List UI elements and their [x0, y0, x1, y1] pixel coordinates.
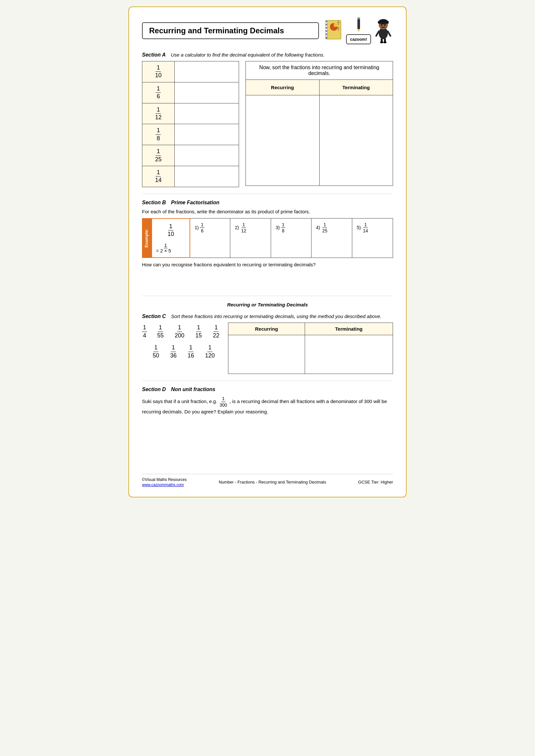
- problem-1-cell[interactable]: 1) 1 6: [190, 219, 230, 258]
- section-a-label: Section A: [142, 52, 166, 58]
- fraction-cell: 1 6: [142, 82, 175, 103]
- svg-point-4: [326, 28, 327, 30]
- section-d-header: Section D Non unit fractions: [142, 387, 393, 392]
- frac-1-22: 1 22: [212, 324, 220, 339]
- section-c-content: 1 4 1 55 1 200 1 15 1 22: [142, 323, 393, 374]
- header-icons: 1 4 1 2 cazoom!: [324, 17, 393, 44]
- footer-website[interactable]: www.cazoommaths.com: [142, 483, 187, 487]
- svg-point-20: [378, 21, 381, 24]
- problem-4-cell[interactable]: 4) 1 25: [312, 219, 352, 258]
- pencil-icon: [353, 17, 364, 33]
- sort-intro-cell: Now, sort the fractions into recurring a…: [246, 62, 393, 80]
- section-c-description: Sort these fractions into recurring or t…: [171, 313, 381, 319]
- example-label: Example:: [143, 227, 150, 250]
- title-box: Recurring and Terminating Decimals: [142, 22, 319, 39]
- frac-1-120: 1 120: [204, 344, 216, 360]
- example-fraction: 1 10: [156, 223, 186, 238]
- footer-right: GCSE Tier: Higher: [358, 480, 393, 484]
- svg-point-5: [326, 32, 327, 33]
- terminating-header-c: Terminating: [305, 323, 393, 335]
- answer-cell[interactable]: [174, 145, 239, 166]
- table-row: 1 12: [142, 103, 239, 124]
- example-fraction-cell: 1 10 = 1 2 × 5: [152, 219, 190, 258]
- fraction-cell: 1 10: [142, 62, 175, 82]
- sort-table-col-headers: Recurring Terminating: [246, 80, 393, 95]
- answer-cell[interactable]: [174, 82, 239, 103]
- frac-1-15: 1 15: [194, 324, 203, 339]
- recurring-header-c: Recurring: [228, 323, 305, 335]
- section-c-subtitle-wrapper: Recurring or Terminating Decimals: [142, 302, 393, 308]
- sort-table-body-row: [246, 95, 393, 186]
- header: Recurring and Terminating Decimals: [142, 17, 393, 44]
- svg-point-6: [326, 35, 327, 37]
- fractions-list: 1 4 1 55 1 200 1 15 1 22: [142, 323, 220, 374]
- answer-cell[interactable]: [174, 62, 239, 82]
- svg-text:1: 1: [338, 26, 339, 28]
- svg-marker-15: [357, 29, 360, 32]
- problem-3-cell[interactable]: 3) 1 8: [271, 219, 312, 258]
- svg-point-27: [380, 41, 383, 43]
- section-b-title: Prime Factorisation: [171, 200, 219, 205]
- sort-table-header-row: Now, sort the fractions into recurring a…: [246, 62, 393, 80]
- frac-1-50: 1 50: [152, 344, 160, 360]
- character-icon: [374, 18, 393, 44]
- section-d-label: Section D: [142, 387, 166, 392]
- svg-point-22: [382, 19, 384, 22]
- section-b-description: For each of the fractions, write the den…: [142, 209, 393, 214]
- recognise-question: How can you recognise fractions equivale…: [142, 262, 393, 267]
- fraction-1-8: 1 8: [155, 127, 161, 142]
- svg-text:1: 1: [338, 20, 339, 23]
- svg-line-30: [388, 31, 390, 36]
- problem-5-cell[interactable]: 5) 1 14: [352, 219, 393, 258]
- section-b-label: Section B: [142, 200, 166, 205]
- fraction-1-25: 1 25: [154, 148, 162, 163]
- fractions-row-1: 1 4 1 55 1 200 1 15 1 22: [142, 324, 220, 339]
- footer-left: ©Visual Maths Resources www.cazoommaths.…: [142, 477, 187, 487]
- table-row: 1 6: [142, 82, 239, 103]
- section-b-header: Section B Prime Factorisation: [142, 200, 393, 205]
- fraction-1-12: 1 12: [154, 106, 162, 122]
- prime-factor-row: Example: 1 10 = 1: [142, 219, 393, 258]
- section-c-header: Section C Sort these fractions into recu…: [142, 313, 393, 319]
- section-d-text-before: Suki says that if a unit fraction, e.g.: [142, 398, 217, 404]
- worksheet-page: Recurring and Terminating Decimals: [128, 7, 407, 498]
- fraction-input-table: 1 10 1 6: [142, 61, 239, 187]
- fraction-1-6: 1 6: [155, 85, 161, 100]
- svg-text:2: 2: [338, 29, 339, 31]
- sort-table-c-body: [228, 335, 393, 374]
- table-row: 1 8: [142, 124, 239, 145]
- frac-1-200: 1 200: [174, 324, 185, 339]
- terminating-answer-cell[interactable]: [319, 95, 393, 186]
- svg-point-3: [326, 25, 327, 27]
- fraction-1-10: 1 10: [154, 64, 162, 79]
- section-d-text: Suki says that if a unit fraction, e.g. …: [142, 395, 393, 415]
- answer-cell[interactable]: [174, 124, 239, 145]
- svg-line-29: [376, 31, 379, 36]
- section-a-header: Section A Use a calculator to find the d…: [142, 52, 393, 58]
- answer-cell[interactable]: [174, 103, 239, 124]
- svg-point-21: [385, 21, 389, 24]
- recurring-header: Recurring: [246, 80, 320, 95]
- terminating-header: Terminating: [319, 80, 393, 95]
- example-inner: 1 10 = 1 2 × 5: [156, 223, 186, 254]
- frac-1-4: 1 4: [142, 324, 147, 339]
- recurring-answer-c[interactable]: [228, 335, 305, 374]
- svg-rect-16: [357, 17, 360, 19]
- fraction-cell: 1 14: [142, 166, 175, 187]
- sort-table-wrapper: Now, sort the fractions into recurring a…: [245, 61, 393, 187]
- terminating-answer-c[interactable]: [305, 335, 393, 374]
- table-row: 1 10: [142, 62, 239, 82]
- fraction-cell: 1 25: [142, 145, 175, 166]
- frac-1-55: 1 55: [156, 324, 165, 339]
- problem-2-cell[interactable]: 2) 1 12: [230, 219, 271, 258]
- fraction-1-14: 1 14: [154, 169, 162, 184]
- answer-cell[interactable]: [174, 166, 239, 187]
- footer: ©Visual Maths Resources www.cazoommaths.…: [142, 474, 393, 487]
- section-d-title: Non unit fractions: [171, 387, 215, 392]
- recurring-answer-cell[interactable]: [246, 95, 320, 186]
- sort-table: Now, sort the fractions into recurring a…: [245, 61, 393, 186]
- svg-point-28: [383, 41, 386, 43]
- page-title: Recurring and Terminating Decimals: [149, 26, 312, 35]
- fraction-cell: 1 8: [142, 124, 175, 145]
- answer-space-b: [142, 271, 393, 290]
